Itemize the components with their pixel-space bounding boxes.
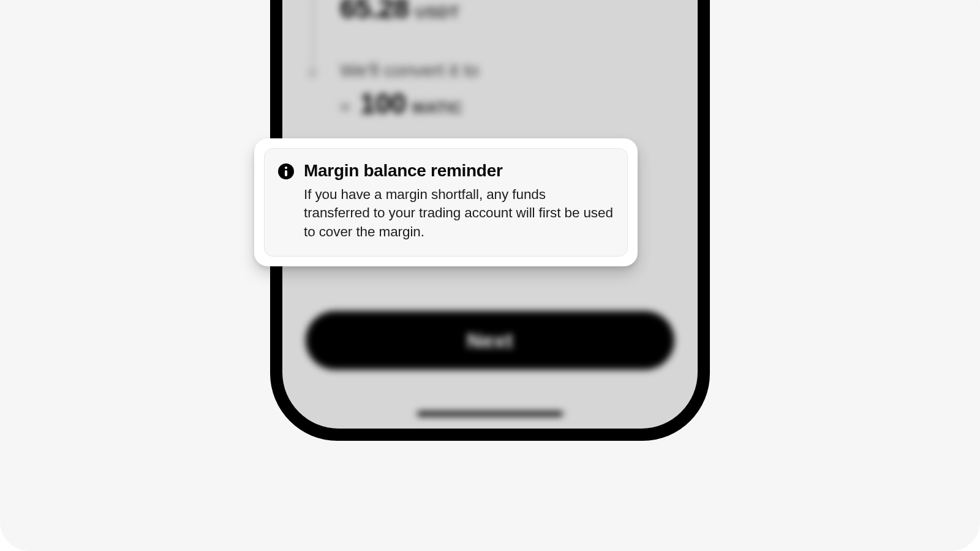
page-background: 65.28 USDT We'll convert it to ≈ 100 MAT… [0,0,980,551]
convert-to-label: We'll convert it to [340,60,676,81]
next-button[interactable]: Next [306,311,674,370]
to-amount-row: ≈ 100 MATIC [340,87,676,120]
margin-reminder-title: Margin balance reminder [304,161,614,181]
to-amount-currency: MATIC [412,99,463,118]
approx-symbol: ≈ [340,97,350,118]
margin-reminder-inner: Margin balance reminder If you have a ma… [264,148,628,257]
convert-to-label-row: We'll convert it to [340,60,676,81]
to-amount-value: 100 [360,87,405,120]
from-amount-currency: USDT [415,3,460,22]
from-amount-row: 65.28 USDT [340,0,676,24]
margin-reminder-body: If you have a margin shortfall, any fund… [304,186,614,241]
home-indicator[interactable] [417,411,563,416]
from-amount-value: 65.28 [340,0,409,24]
margin-reminder-card: Margin balance reminder If you have a ma… [254,138,638,266]
next-button-label: Next [467,329,513,353]
info-icon [278,163,294,179]
